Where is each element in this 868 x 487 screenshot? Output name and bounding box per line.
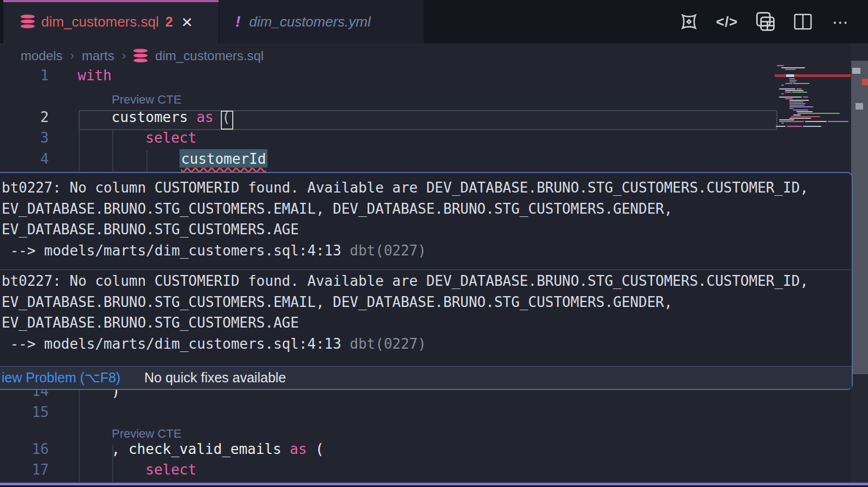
- minimap-code-line: [793, 83, 809, 84]
- overview-ruler-mark: [856, 103, 863, 110]
- error-token-customerid: customerId: [180, 149, 268, 168]
- error-text-line: EV_DATABASE.BRUNO.STG_CUSTOMERS.AGE: [0, 312, 852, 334]
- minimap-code-line: [781, 93, 784, 94]
- minimap-code-line: [789, 106, 813, 107]
- code-token: , check_valid_emails: [78, 441, 290, 457]
- minimap-code-line: [785, 98, 793, 99]
- line-number-3[interactable]: 3: [0, 130, 49, 146]
- code-token: (: [307, 441, 324, 457]
- code-line-17[interactable]: select: [78, 462, 196, 478]
- minimap-code-line: [789, 78, 795, 79]
- hover-status-bar: iew Problem (⌥F8) No quick fixes availab…: [0, 366, 852, 388]
- error-text-line: EV_DATABASE.BRUNO.STG_CUSTOMERS.EMAIL, D…: [0, 292, 852, 313]
- minimap-code-line: [779, 121, 804, 122]
- minimap-code-line: [789, 118, 811, 119]
- code-token: customers: [78, 109, 196, 125]
- overview-ruler-mark: [862, 79, 868, 85]
- minimap-code-line: [777, 65, 784, 66]
- line-number-16[interactable]: 16: [0, 441, 49, 457]
- minimap-code-line: [789, 101, 803, 102]
- line-number-1[interactable]: 1: [0, 67, 49, 84]
- query-results-icon[interactable]: [753, 10, 777, 34]
- minimap-code-line: [792, 92, 807, 93]
- code-line-2[interactable]: customers as (: [78, 109, 231, 125]
- code-token: with: [78, 67, 112, 84]
- more-actions-icon[interactable]: ⋯: [829, 10, 853, 34]
- error-source-code: dbt(0227): [341, 336, 426, 352]
- popup-divider: [0, 270, 852, 270]
- minimap-code-line: [793, 114, 801, 116]
- overview-ruler-mark: [852, 68, 860, 74]
- close-tab-icon[interactable]: ×: [182, 12, 193, 31]
- minimap-code-line: [789, 80, 797, 81]
- code-token: select: [145, 462, 196, 478]
- code-token: [78, 151, 180, 167]
- error-location-line: --> models/marts/dim_customers.sql:4:13 …: [0, 240, 852, 261]
- breadcrumb-item-file[interactable]: dim_customers.sql: [155, 48, 264, 63]
- minimap-code-line: [789, 108, 794, 109]
- minimap-code-line: [785, 69, 796, 70]
- line-number-15[interactable]: 15: [0, 404, 49, 420]
- minimap-code-line: [779, 97, 802, 98]
- chevron-right-icon: ›: [70, 49, 74, 63]
- minimap-code-line: [787, 126, 802, 127]
- codelens-preview-cte[interactable]: Preview CTE: [112, 93, 181, 107]
- error-file-location: --> models/marts/dim_customers.sql:4:13: [2, 242, 341, 259]
- error-text-line: EV_DATABASE.BRUNO.STG_CUSTOMERS.EMAIL, D…: [0, 198, 852, 220]
- minimap-code-line: [785, 90, 803, 91]
- minimap-code-line: [789, 100, 809, 101]
- breadcrumb: models › marts › dim_customers.sql: [21, 43, 264, 68]
- code-token: [78, 462, 145, 478]
- error-source-code: dbt(0227): [341, 242, 426, 259]
- tab-error-count-badge: 2: [165, 14, 173, 30]
- error-message-2: bt0227: No column CUSTOMERID found. Avai…: [0, 271, 852, 355]
- code-line-4[interactable]: customerId: [78, 151, 267, 167]
- codelens-preview-cte[interactable]: Preview CTE: [112, 427, 181, 441]
- code-token: as: [196, 109, 213, 125]
- line-number-4[interactable]: 4: [0, 151, 49, 167]
- tab-dim-customers-sql[interactable]: dim_customers.sql 2 ×: [3, 0, 219, 43]
- dbt-icon[interactable]: [677, 10, 701, 34]
- chevron-right-icon: ›: [122, 49, 126, 63]
- code-line-1[interactable]: with: [78, 67, 112, 84]
- minimap-code-line: [796, 111, 813, 112]
- text-cursor: [221, 111, 233, 130]
- minimap-code-line: [789, 81, 796, 82]
- breadcrumb-item-models[interactable]: models: [21, 48, 62, 63]
- minimap-error-word: [786, 74, 794, 77]
- tab-label: dim_customers.yml: [249, 14, 371, 30]
- error-message-1: bt0227: No column CUSTOMERID found. Avai…: [0, 177, 852, 261]
- minimap-code-line: [785, 83, 793, 84]
- compile-code-icon[interactable]: </>: [715, 10, 739, 34]
- active-tab-accent: [3, 0, 219, 2]
- code-token: [78, 130, 145, 146]
- error-text-line: EV_DATABASE.BRUNO.STG_CUSTOMERS.AGE: [0, 219, 852, 240]
- editor-actions-toolbar: </> ⋯: [677, 0, 853, 43]
- editor-tab-bar: dim_customers.sql 2 × ! dim_customers.ym…: [0, 0, 868, 43]
- error-file-location: --> models/marts/dim_customers.sql:4:13: [2, 336, 341, 352]
- split-editor-icon[interactable]: [791, 10, 815, 34]
- code-token: select: [145, 130, 196, 146]
- minimap-code-line: [781, 123, 784, 124]
- minimap-code-line: [793, 110, 808, 111]
- code-line-3[interactable]: select: [78, 130, 196, 146]
- database-file-icon: [133, 49, 148, 63]
- minimap-code-line: [779, 88, 795, 89]
- tab-label: dim_customers.sql: [41, 14, 159, 30]
- minimap-code-line: [803, 97, 808, 98]
- minimap-code-line: [796, 88, 802, 89]
- minimap-code-line: [797, 113, 840, 114]
- code-line-16[interactable]: , check_valid_emails as (: [78, 441, 324, 457]
- tab-dim-customers-yml[interactable]: ! dim_customers.yml: [219, 0, 424, 43]
- minimap-code-line: [789, 105, 805, 106]
- error-hover-popup: bt0227: No column CUSTOMERID found. Avai…: [0, 172, 853, 390]
- error-location-line: --> models/marts/dim_customers.sql:4:13 …: [0, 334, 852, 355]
- minimap-code-line: [805, 121, 827, 122]
- minimap-code-line: [791, 116, 820, 117]
- line-number-17[interactable]: 17: [0, 462, 49, 478]
- line-number-2[interactable]: 2: [0, 109, 49, 125]
- minimap-code-line: [789, 103, 806, 104]
- breadcrumb-item-marts[interactable]: marts: [82, 48, 114, 63]
- minimap-code-line: [779, 119, 794, 120]
- view-problem-link[interactable]: iew Problem (⌥F8): [2, 370, 120, 386]
